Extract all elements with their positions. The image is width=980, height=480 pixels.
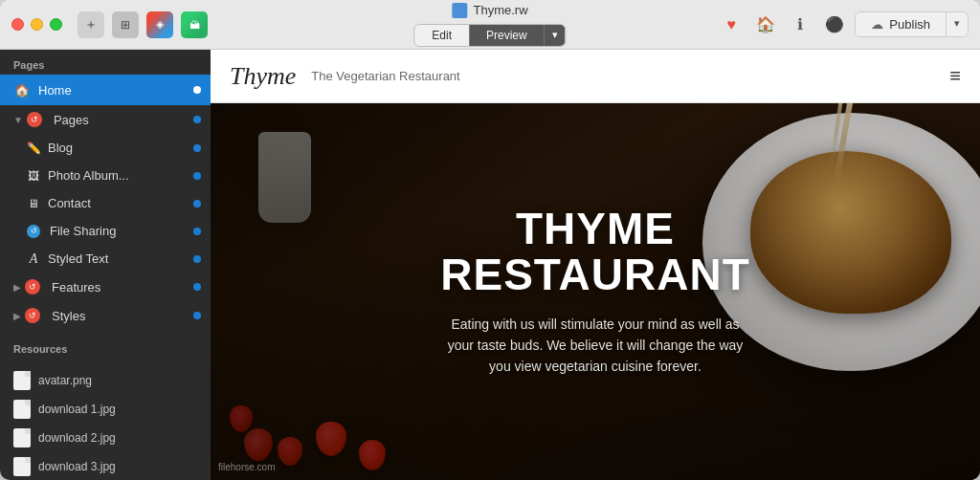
hero-section: THYME RESTAURANT Eating with us will sti…	[211, 103, 980, 480]
sidebar-item-styles[interactable]: ▶ ↺ Styles	[0, 301, 211, 330]
sidebar-styledtext-label: Styled Text	[48, 251, 108, 266]
sidebar-item-blog[interactable]: ✏️ Blog	[0, 134, 211, 162]
pages-icon: ↺	[27, 112, 42, 127]
styledtext-dot	[193, 255, 201, 263]
sidebar-item-features[interactable]: ▶ ↺ Features	[0, 273, 211, 301]
cloud-upload-icon: ☁	[871, 17, 883, 32]
file-icon	[452, 3, 467, 18]
sidebar-home-label: Home	[38, 83, 72, 98]
blog-dot	[193, 144, 201, 152]
resource-item-download3[interactable]: download 3.jpg	[0, 452, 211, 480]
sharing-icon: ↺	[27, 225, 40, 238]
edit-preview-group: Edit Preview ▾	[413, 24, 566, 47]
sidebar-item-styled-text[interactable]: A Styled Text	[0, 245, 211, 273]
sidebar-pages-label: Pages	[54, 113, 89, 127]
sidebar-item-pages[interactable]: ▼ ↺ Pages	[0, 105, 211, 134]
pencil-icon: ✏️	[27, 142, 40, 155]
publish-dropdown[interactable]: ▾	[946, 12, 968, 36]
photo-icon: 🖼	[27, 169, 40, 183]
home-dot	[193, 86, 201, 94]
resources-section-label: Resources	[0, 334, 211, 359]
pages-dot	[193, 116, 201, 123]
publish-chevron-icon: ▾	[954, 17, 960, 29]
toolbar-left: ＋ ⊞ ◈ 🏔	[78, 11, 208, 38]
close-button[interactable]	[11, 18, 24, 31]
window-title-text: Thyme.rw	[473, 3, 527, 17]
minimize-button[interactable]	[31, 18, 43, 31]
publish-label: Publish	[889, 17, 930, 32]
plus-icon: ＋	[84, 16, 98, 33]
sidebar-item-file-sharing[interactable]: ↺ File Sharing	[0, 217, 211, 245]
hero-subtitle: Eating with us will stimulate your mind …	[442, 314, 748, 378]
sidebar-item-home[interactable]: 🏠 Home	[0, 75, 211, 105]
titlebar: ＋ ⊞ ◈ 🏔 Thyme.rw Edit Preview ▾	[0, 0, 980, 50]
pages-button[interactable]: ⊞	[112, 11, 139, 38]
resources-list: avatar.png download 1.jpg download 2.jpg…	[0, 359, 211, 480]
hamburger-menu[interactable]: ≡	[949, 65, 961, 87]
site-navbar: Thyme The Vegetarian Restaurant ≡	[211, 50, 980, 103]
palette-icon: ◈	[156, 18, 164, 31]
photoalbum-dot	[193, 172, 201, 180]
image-button[interactable]: 🏔	[181, 11, 208, 38]
preview-button[interactable]: Preview	[469, 25, 545, 46]
add-button[interactable]: ＋	[78, 11, 104, 38]
features-arrow-icon: ▶	[13, 282, 21, 293]
window-title: Thyme.rw	[452, 3, 527, 18]
styles-icon: ↺	[25, 308, 40, 323]
resource-download3-label: download 3.jpg	[38, 460, 116, 473]
traffic-lights	[11, 18, 62, 31]
hero-title: THYME RESTAURANT	[413, 206, 777, 298]
maximize-button[interactable]	[50, 18, 62, 31]
main-area: Pages 🏠 Home ▼ ↺ Pages ✏️ Blog	[0, 50, 980, 480]
hero-title-line1: THYME	[413, 206, 777, 251]
home-sidebar-icon: 🏠	[13, 81, 31, 98]
titlebar-center: Thyme.rw Edit Preview ▾	[413, 3, 566, 47]
watermark: filehorse.com	[218, 462, 275, 472]
publish-button[interactable]: ☁ Publish	[856, 12, 946, 36]
site-logo: Thyme	[230, 62, 296, 91]
hero-title-line2: RESTAURANT	[413, 251, 777, 297]
contact-dot	[193, 200, 201, 207]
pages-arrow-icon: ▼	[13, 115, 23, 125]
grid-icon: ⊞	[121, 18, 130, 32]
heart-icon[interactable]: ♥	[717, 11, 746, 38]
preview-dropdown[interactable]: ▾	[545, 25, 566, 46]
lock-icon[interactable]: ⚫	[820, 11, 849, 38]
features-dot	[193, 283, 201, 291]
resource-item-avatar[interactable]: avatar.png	[0, 366, 211, 395]
styles-dot	[193, 312, 201, 319]
sidebar: Pages 🏠 Home ▼ ↺ Pages ✏️ Blog	[0, 50, 211, 480]
sidebar-features-label: Features	[52, 280, 100, 295]
sidebar-blog-label: Blog	[48, 141, 73, 155]
resource-download2-label: download 2.jpg	[38, 431, 116, 445]
sidebar-item-contact[interactable]: 🖥 Contact	[0, 189, 211, 217]
resource-download1-label: download 1.jpg	[38, 403, 116, 416]
image-icon: 🏔	[189, 19, 200, 31]
app-window: ＋ ⊞ ◈ 🏔 Thyme.rw Edit Preview ▾	[0, 0, 980, 480]
site-tagline: The Vegetarian Restaurant	[311, 69, 949, 83]
home-icon[interactable]: 🏠	[751, 11, 780, 38]
pages-section-label: Pages	[0, 50, 211, 75]
sidebar-contact-label: Contact	[48, 196, 91, 210]
sidebar-styles-label: Styles	[52, 309, 85, 323]
filesharing-dot	[193, 228, 201, 235]
chevron-down-icon: ▾	[552, 29, 558, 41]
sidebar-filesharing-label: File Sharing	[50, 224, 116, 238]
file-icon-download3	[13, 457, 31, 476]
publish-group: ☁ Publish ▾	[855, 11, 969, 37]
file-icon-download2	[13, 428, 31, 447]
info-icon[interactable]: ℹ	[786, 11, 814, 38]
color-button[interactable]: ◈	[146, 11, 173, 38]
contact-icon: 🖥	[27, 197, 40, 210]
styles-arrow-icon: ▶	[13, 311, 21, 321]
preview-area: Thyme The Vegetarian Restaurant ≡	[211, 50, 980, 480]
sidebar-item-photo-album[interactable]: 🖼 Photo Album...	[0, 162, 211, 189]
hero-content: THYME RESTAURANT Eating with us will sti…	[413, 206, 777, 378]
toolbar-right: ♥ 🏠 ℹ ⚫ ☁ Publish ▾	[717, 11, 969, 38]
features-icon: ↺	[25, 279, 40, 295]
resource-item-download1[interactable]: download 1.jpg	[0, 395, 211, 424]
resource-item-download2[interactable]: download 2.jpg	[0, 424, 211, 452]
file-icon-download1	[13, 400, 31, 419]
sidebar-photoalbum-label: Photo Album...	[48, 168, 129, 183]
edit-button[interactable]: Edit	[414, 25, 469, 46]
